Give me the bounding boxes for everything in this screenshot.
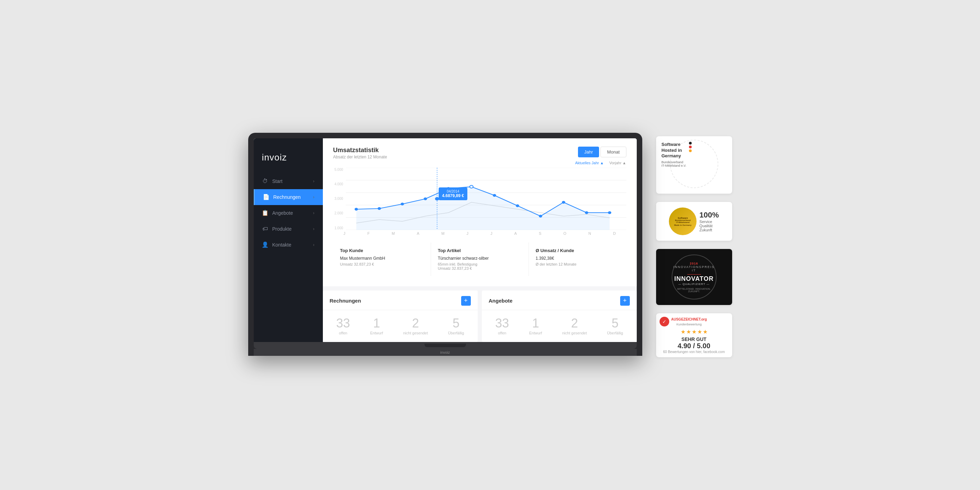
rechnungen-stat-ueberfaellig: 5 Überfällig xyxy=(448,317,464,335)
rechnungen-stats-row: 33 offen 1 Entwurf 2 nicht gesendet xyxy=(323,310,478,342)
sidebar-logo: invoiz xyxy=(254,149,323,173)
rechnungen-header: Rechnungen + xyxy=(323,291,478,310)
stars-row: ★ ★ ★ ★ ★ xyxy=(660,329,729,335)
ausgezeichnet-header: ✓ AUSGEZEICHNET.org Kundenbewertung xyxy=(660,317,729,326)
angebote-nichtgesendet-number: 2 xyxy=(562,317,587,329)
ausgezeichnet-logo: AUSGEZEICHNET.org xyxy=(671,317,707,321)
quality-badge-content: Software BundesverbandIT-Mittelstand Mad… xyxy=(662,207,727,235)
kontakte-icon: 👤 xyxy=(262,242,268,248)
star-4: ★ xyxy=(697,329,702,335)
svg-point-10 xyxy=(423,197,427,200)
top-kunde-main: Max Mustermann GmbH xyxy=(340,256,424,261)
lower-card-angebote: Angebote + 33 offen 1 Entwurf xyxy=(482,291,637,342)
laptop-notch xyxy=(425,344,466,347)
angebote-card-title: Angebote xyxy=(489,298,513,304)
angebote-card-header: Angebote + xyxy=(482,291,637,310)
svg-point-17 xyxy=(585,211,589,214)
innovator-label: INNOVATOR xyxy=(674,275,713,283)
rechnungen-card-title: Rechnungen xyxy=(330,298,361,304)
sidebar-item-produkte[interactable]: 🏷 Produkte › xyxy=(254,221,323,237)
angebote-stat-nichtgesendet: 2 nicht gesendet xyxy=(562,317,587,335)
sidebar: invoiz ⏱ Start › 📄 Rechn xyxy=(254,138,323,342)
sidebar-item-kontakte[interactable]: 👤 Kontakte › xyxy=(254,237,323,253)
top-artikel-main: Türscharnier schwarz-silber xyxy=(438,256,522,261)
top-card-umsatz: Ø Umsatz / Kunde 1.392,38€ Ø der letzten… xyxy=(529,242,626,276)
angebote-stats-row: 33 offen 1 Entwurf 2 nicht gesendet xyxy=(482,310,637,342)
top-umsatz-main: 1.392,38€ xyxy=(536,256,619,261)
germany-circle-border xyxy=(670,140,718,188)
rechnungen-stat-offen: 33 offen xyxy=(336,317,350,335)
time-btn-group: Jahr Monat xyxy=(578,146,626,158)
laptop-base xyxy=(254,342,637,349)
svg-point-14 xyxy=(516,204,519,207)
star-2: ★ xyxy=(686,329,691,335)
chart-area: 5.000 4.000 3.000 2.000 1.000 xyxy=(333,168,626,230)
innovator-qualified: — QUALIFIZIERT — xyxy=(678,283,710,286)
scene: invoiz ⏱ Start › 📄 Rechn xyxy=(248,133,732,358)
stat-nichtgesendet-label: nicht gesendet xyxy=(403,331,428,335)
stat-offen-number: 33 xyxy=(336,317,350,329)
sidebar-label-rechnungen: Rechnungen xyxy=(274,194,301,200)
chart-x-labels: J F M A M J J A S O N D xyxy=(333,230,626,235)
btn-year[interactable]: Jahr xyxy=(578,146,599,158)
sehr-gut-label: SEHR GUT xyxy=(660,336,729,342)
lower-card-rechnungen: Rechnungen + 33 offen 1 Entwurf xyxy=(323,291,478,342)
ausgezeichnet-check-circle: ✓ xyxy=(660,317,669,326)
rechnungen-stat-nichtgesendet: 2 nicht gesendet xyxy=(403,317,428,335)
sidebar-item-rechnungen[interactable]: 📄 Rechnungen › xyxy=(254,189,323,205)
top-artikel-sub2: 65mm inkl. Befestigung xyxy=(438,262,522,266)
ausgezeichnet-badge: ✓ AUSGEZEICHNET.org Kundenbewertung ★ ★ … xyxy=(656,313,732,357)
kundenbewertung-label: Kundenbewertung xyxy=(671,323,707,326)
stats-subtitle: Absatz der letzten 12 Monate xyxy=(333,154,387,159)
sidebar-nav: ⏱ Start › 📄 Rechnungen › xyxy=(254,173,323,332)
angebote-add-button[interactable]: + xyxy=(620,296,630,306)
innovator-subtitle: MITTELSTAND. INNOVATION. ZUKUNFT. xyxy=(672,288,716,293)
rechnungen-add-button[interactable]: + xyxy=(461,296,471,306)
angebote-entwurf-label: Entwurf xyxy=(529,331,542,335)
svg-point-13 xyxy=(493,194,496,197)
svg-point-7 xyxy=(354,208,358,211)
angebote-offen-label: offen xyxy=(495,331,509,335)
stat-entwurf-label: Entwurf xyxy=(370,331,383,335)
rechnungen-icon: 📄 xyxy=(263,194,269,200)
badge-reviews: 60 Bewertungen von hier, facebook.com xyxy=(660,350,729,354)
angebote-offen-number: 33 xyxy=(495,317,509,329)
angebote-stat-offen: 33 offen xyxy=(495,317,509,335)
start-icon: ⏱ xyxy=(262,178,268,184)
svg-point-16 xyxy=(562,201,565,204)
stat-ueberfaellig-label: Überfällig xyxy=(448,331,464,335)
top-card-kunde: Top Kunde Max Mustermann GmbH Umsatz 32.… xyxy=(333,242,431,276)
btn-month[interactable]: Monat xyxy=(600,146,626,158)
rechnungen-stat-entwurf: 1 Entwurf xyxy=(370,317,383,335)
stat-entwurf-number: 1 xyxy=(370,317,383,329)
innovator-year: 2016 xyxy=(690,262,698,265)
badges-column: SoftwareHosted inGermany BundesverbandIT… xyxy=(656,133,732,358)
quality-pct: 100% xyxy=(699,211,719,220)
sidebar-item-start[interactable]: ⏱ Start › xyxy=(254,173,323,189)
chart-svg xyxy=(333,168,626,230)
innovator-badge-card: 2016 INNOVATIONSPREIS IT INNOVATOR — QUA… xyxy=(656,249,732,305)
top-card-artikel: Top Artikel Türscharnier schwarz-silber … xyxy=(431,242,529,276)
laptop-wrapper: invoiz ⏱ Start › 📄 Rechn xyxy=(248,133,642,356)
chevron-rechnungen: › xyxy=(313,195,315,199)
laptop-screen: invoiz ⏱ Start › 📄 Rechn xyxy=(254,138,637,342)
quality-labels: 100% Service Qualität Zukunft xyxy=(699,211,719,232)
angebote-stat-entwurf: 1 Entwurf xyxy=(529,317,542,335)
quality-circle: Software BundesverbandIT-Mittelstand Mad… xyxy=(669,207,697,235)
svg-point-11 xyxy=(447,187,450,190)
chevron-kontakte: › xyxy=(313,242,315,247)
top-kunde-sub: Umsatz 32.837,23 € xyxy=(340,262,424,266)
rating-score: 4.90 / 5.00 xyxy=(660,342,729,350)
sidebar-item-angebote[interactable]: 📋 Angebote › xyxy=(254,205,323,221)
quality-zukunft: Zukunft xyxy=(699,228,719,232)
sidebar-label-kontakte: Kontakte xyxy=(272,242,291,248)
angebote-icon: 📋 xyxy=(262,210,268,216)
angebote-entwurf-number: 1 xyxy=(529,317,542,329)
star-3: ★ xyxy=(692,329,697,335)
stats-card: Umsatzstatistik Absatz der letzten 12 Mo… xyxy=(323,138,637,286)
sidebar-label-start: Start xyxy=(272,178,283,184)
angebote-ueberfaellig-number: 5 xyxy=(607,317,623,329)
star-5: ★ xyxy=(703,329,708,335)
chevron-produkte: › xyxy=(313,226,315,231)
legend-current: Aktuelles Jahr ▲ xyxy=(575,161,604,165)
